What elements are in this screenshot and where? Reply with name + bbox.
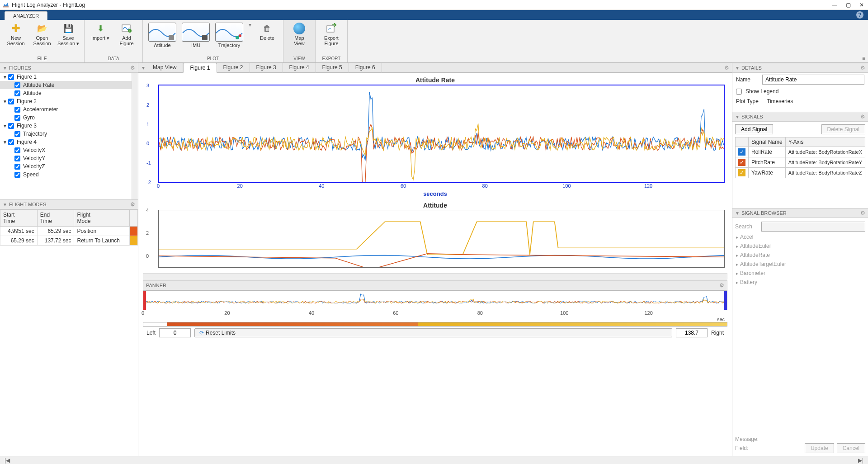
panner-right-input[interactable]: [676, 328, 708, 337]
tree-checkbox[interactable]: [14, 90, 20, 96]
signals-table: Signal NameY-Axis ✓RollRateAttitudeRate:…: [735, 137, 865, 178]
minimize-button[interactable]: —: [831, 2, 838, 8]
figures-panel-header[interactable]: ▼ FIGURES ⚙: [0, 63, 138, 73]
doc-tab[interactable]: Figure 4: [283, 63, 316, 73]
tree-item[interactable]: Speed: [0, 170, 132, 179]
add-signal-button[interactable]: Add Signal: [735, 124, 773, 134]
export-figure-button[interactable]: Export Figure: [319, 22, 344, 47]
gear-icon[interactable]: ⚙: [719, 282, 724, 289]
tree-checkbox[interactable]: [8, 123, 14, 129]
plot-attitude-button[interactable]: Attitude: [146, 22, 178, 49]
details-name-input[interactable]: [762, 75, 864, 85]
gear-icon[interactable]: ⚙: [130, 201, 135, 208]
new-session-button[interactable]: ✚ New Session: [4, 22, 28, 47]
tree-checkbox[interactable]: [14, 156, 20, 161]
list-item[interactable]: ▸AttitudeEuler: [735, 241, 865, 251]
tree-checkbox[interactable]: [8, 74, 14, 80]
tree-checkbox[interactable]: [14, 107, 20, 113]
plot-trajectory-button[interactable]: Trajectory: [213, 22, 245, 49]
tree-checkbox[interactable]: [14, 115, 20, 121]
panner-header[interactable]: PANNER ⚙: [143, 280, 727, 290]
plot-horizontal-scrollbar[interactable]: [143, 273, 727, 279]
table-row[interactable]: 4.9951 sec65.29 secPosition: [0, 227, 138, 236]
list-item[interactable]: ▸AttitudeRate: [735, 251, 865, 260]
delete-plot-button[interactable]: 🗑 Delete: [255, 22, 279, 42]
panner-left-input[interactable]: [159, 328, 191, 337]
close-button[interactable]: ✕: [858, 2, 865, 8]
signal-browser-search[interactable]: [761, 222, 865, 232]
list-item[interactable]: ▸Battery: [735, 278, 865, 287]
tab-analyzer[interactable]: ANALYZER: [5, 11, 47, 20]
tree-checkbox[interactable]: [14, 131, 20, 137]
doc-tab[interactable]: Figure 6: [349, 63, 382, 73]
flight-modes-panel-header[interactable]: ▼ FLIGHT MODES ⚙: [0, 199, 138, 209]
signals-panel-header[interactable]: ▼ SIGNALS ⚙: [732, 112, 868, 122]
tree-item[interactable]: Accelerometer: [0, 105, 132, 114]
tree-item[interactable]: VelocityX: [0, 146, 132, 154]
doc-tab[interactable]: Map View: [146, 63, 183, 73]
maximize-button[interactable]: ▢: [844, 2, 852, 8]
tree-checkbox[interactable]: [8, 99, 14, 104]
table-row[interactable]: 65.29 sec137.72 secReturn To Launch: [0, 236, 138, 246]
plot-type-value: Timeseries: [767, 98, 793, 104]
plot-gallery-dropdown[interactable]: ▾: [247, 22, 253, 28]
tree-item[interactable]: Trajectory: [0, 130, 132, 138]
list-item[interactable]: ▸Barometer: [735, 269, 865, 278]
tree-checkbox[interactable]: [14, 147, 20, 153]
list-item[interactable]: ▸AttitudeTargetEuler: [735, 260, 865, 269]
figures-scrollbar[interactable]: [132, 73, 138, 199]
gear-icon[interactable]: ⚙: [724, 65, 729, 71]
table-row[interactable]: ✓RollRateAttitudeRate: BodyRotationRateX: [736, 147, 865, 157]
tree-item[interactable]: Attitude: [0, 89, 132, 97]
toolstrip-overflow-icon[interactable]: ≡: [862, 55, 865, 62]
doc-tab[interactable]: Figure 3: [250, 63, 283, 73]
doc-tab[interactable]: Figure 1: [183, 63, 217, 73]
map-view-button[interactable]: Map View: [287, 22, 311, 47]
tree-item[interactable]: ▼Figure 4: [0, 138, 132, 146]
gear-icon[interactable]: ⚙: [860, 114, 865, 120]
tabs-dropdown-icon[interactable]: ▾: [140, 65, 146, 71]
tree-item[interactable]: Attitude Rate: [0, 81, 132, 89]
x-axis-label: seconds: [143, 190, 727, 197]
tree-item[interactable]: ▼Figure 3: [0, 122, 132, 130]
tree-item[interactable]: VelocityZ: [0, 162, 132, 170]
tree-checkbox[interactable]: [14, 82, 20, 88]
plot-imu-button[interactable]: IMU: [180, 22, 212, 49]
tree-item[interactable]: Gyro: [0, 114, 132, 122]
toolgroup-plot: Attitude IMU Trajectory ▾ 🗑 Delete PLOT: [143, 20, 283, 62]
attitude-chart[interactable]: 024: [158, 210, 725, 268]
tree-item[interactable]: ▼Figure 2: [0, 97, 132, 105]
doc-tab[interactable]: Figure 5: [316, 63, 349, 73]
cancel-button[interactable]: Cancel: [837, 443, 865, 453]
nav-first-icon[interactable]: |◀: [3, 457, 12, 464]
panner-chart[interactable]: [143, 290, 727, 310]
open-session-button[interactable]: 📂 Open Session: [30, 22, 54, 47]
details-panel-header[interactable]: ▼ DETAILS ⚙: [732, 63, 868, 73]
gear-icon[interactable]: ⚙: [860, 210, 865, 216]
tree-checkbox[interactable]: [8, 139, 14, 145]
tree-checkbox[interactable]: [14, 172, 20, 178]
import-button[interactable]: ⬇ Import ▾: [88, 22, 113, 47]
table-row[interactable]: ✓PitchRateAttitudeRate: BodyRotationRate…: [736, 157, 865, 168]
tree-item[interactable]: VelocityY: [0, 154, 132, 162]
attitude-rate-chart[interactable]: -2-10123: [158, 85, 725, 183]
figures-tree[interactable]: ▼Figure 1Attitude RateAttitude▼Figure 2A…: [0, 73, 132, 199]
signal-browser-header[interactable]: ▼ SIGNAL BROWSER ⚙: [732, 208, 868, 218]
reset-limits-button[interactable]: ⟳ Reset Limits: [194, 328, 672, 337]
imu-preview-icon: [182, 23, 210, 42]
list-item[interactable]: ▸Accel: [735, 232, 865, 241]
save-session-button[interactable]: 💾 Save Session ▾: [56, 22, 80, 47]
gear-icon[interactable]: ⚙: [860, 65, 865, 71]
doc-tab[interactable]: Figure 2: [217, 63, 250, 73]
help-icon[interactable]: ?: [856, 11, 863, 19]
delete-signal-button[interactable]: Delete Signal: [821, 124, 865, 134]
table-row[interactable]: ✓YawRateAttitudeRate: BodyRotationRateZ: [736, 168, 865, 178]
nav-last-icon[interactable]: ▶|: [856, 457, 865, 464]
tree-item[interactable]: ▼Figure 1: [0, 73, 132, 81]
gear-icon[interactable]: ⚙: [130, 65, 135, 71]
add-figure-button[interactable]: + Add Figure: [114, 22, 139, 47]
svg-point-6: [236, 36, 239, 39]
update-button[interactable]: Update: [805, 443, 834, 453]
tree-checkbox[interactable]: [14, 164, 20, 170]
show-legend-checkbox[interactable]: [736, 89, 742, 95]
